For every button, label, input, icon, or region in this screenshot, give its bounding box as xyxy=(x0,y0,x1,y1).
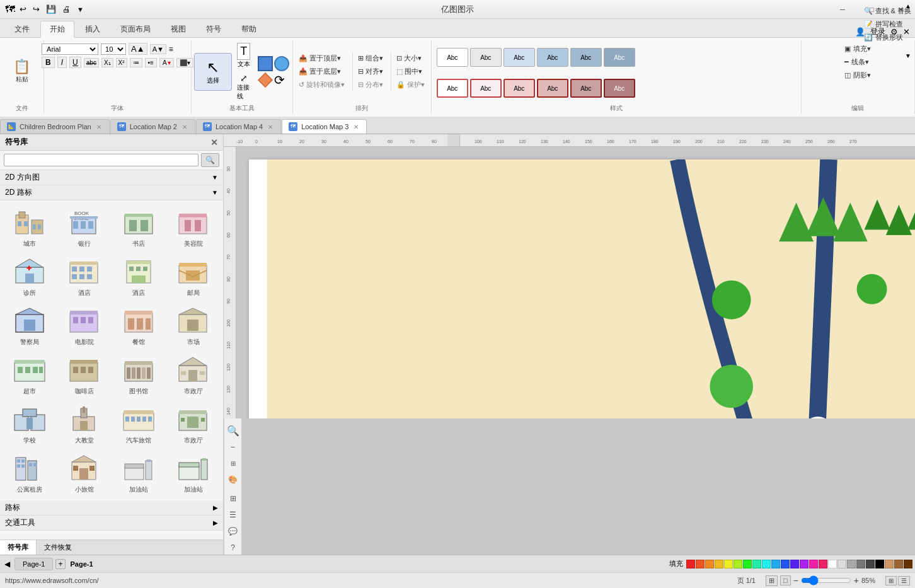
doc-tab-2[interactable]: 🗺 Location Map 2 ✕ xyxy=(110,119,195,134)
zoom-in-status-btn[interactable]: + xyxy=(854,575,859,585)
zoom-fit-btn[interactable]: ⊞ xyxy=(766,575,778,586)
symbol-cityhall1[interactable]: 市政厅 xyxy=(168,352,220,398)
layers-btn[interactable]: ☰ xyxy=(226,508,240,522)
color-white[interactable] xyxy=(828,560,837,568)
symbol-bookstore[interactable]: 书店 xyxy=(113,204,165,251)
qa-more-btn[interactable]: ▼ xyxy=(75,4,86,14)
view-list-btn[interactable]: ☰ xyxy=(898,576,910,585)
shape-diamond-btn[interactable]: ⟳ xyxy=(258,72,289,88)
rotate-flip-btn[interactable]: ↺ 旋转和镜像▾ xyxy=(295,79,348,91)
category-2d-direction[interactable]: 2D 方向图 ▼ xyxy=(0,170,223,185)
style-btn-4[interactable]: Abc xyxy=(537,48,568,67)
align-btn[interactable]: ⊟ 对齐▾ xyxy=(354,66,387,78)
font-color-btn[interactable]: A▾ xyxy=(159,58,174,67)
symbol-library[interactable]: 图书馆 xyxy=(113,352,165,398)
superscript-btn[interactable]: X² xyxy=(116,58,127,67)
color-orange-red[interactable] xyxy=(696,560,705,568)
doc-tab-4[interactable]: 🗺 Location Map 3 ✕ xyxy=(282,119,367,134)
symbol-apartment[interactable]: 公寓租房 xyxy=(4,450,56,497)
color-pink[interactable] xyxy=(809,560,818,568)
symbol-market[interactable]: 市场 xyxy=(168,303,220,349)
paste-btn[interactable]: 📋 粘贴 xyxy=(9,57,35,86)
color-yellow-green[interactable] xyxy=(734,560,742,568)
doc-tab-3[interactable]: 🗺 Location Map 4 ✕ xyxy=(196,119,281,134)
replace-shape-btn[interactable]: 🔄 替换形状 xyxy=(860,32,907,43)
zoom-out-status-btn[interactable]: − xyxy=(793,575,798,585)
style-btn-5[interactable]: Abc xyxy=(570,48,602,67)
symbol-motel[interactable]: 汽车旅馆 xyxy=(113,401,165,447)
grow-font-btn[interactable]: A▲ xyxy=(129,43,147,55)
symbol-cathedral[interactable]: 大教堂 xyxy=(59,401,111,447)
symbol-hotel2[interactable]: 酒店 xyxy=(113,253,165,300)
symbol-salon[interactable]: 美容院 xyxy=(168,204,220,251)
color-dark-gray[interactable] xyxy=(856,560,865,568)
position-btn[interactable]: ⬚ 围中▾ xyxy=(393,66,429,78)
group-btn[interactable]: ⊞ 组合▾ xyxy=(354,52,387,64)
symbol-school[interactable]: 学校 xyxy=(4,401,56,447)
tab3-close[interactable]: ✕ xyxy=(267,124,274,130)
highlight-btn[interactable]: ⬛▾ xyxy=(176,58,193,67)
symbol-clinic[interactable]: ✚ 诊所 xyxy=(4,253,56,300)
bring-to-front-btn[interactable]: 📤 置于顶层▾ xyxy=(295,52,348,64)
style-btn-3[interactable]: Abc xyxy=(504,48,535,67)
tab-symbol-lib[interactable]: 符号库 xyxy=(0,540,37,555)
tab-file[interactable]: 文件 xyxy=(5,21,39,37)
symbol-lib-close[interactable]: ✕ xyxy=(210,137,218,147)
line-btn[interactable]: ━ 线条▾ xyxy=(841,56,875,68)
color-indigo[interactable] xyxy=(790,560,799,568)
color-red[interactable] xyxy=(686,560,695,568)
style-btn-8[interactable]: Abc xyxy=(470,79,502,98)
fit-page-btn[interactable]: ⊞ xyxy=(226,456,240,470)
spell-check-btn[interactable]: 📝 拼写检查 xyxy=(860,18,907,30)
style-btn-12[interactable]: Abc xyxy=(604,79,635,98)
symbol-post[interactable]: 邮局 xyxy=(168,253,220,300)
tab-file-recovery[interactable]: 文件恢复 xyxy=(37,540,79,555)
bold-btn[interactable]: B xyxy=(42,57,55,68)
color-charcoal[interactable] xyxy=(866,560,875,568)
comment-btn[interactable]: 💬 xyxy=(226,524,240,538)
style-btn-1[interactable]: Abc xyxy=(437,48,468,67)
tab-view[interactable]: 视图 xyxy=(161,21,195,37)
category-2d-road[interactable]: 2D 路标 ▼ xyxy=(0,185,223,200)
bullet-btn[interactable]: •≡ xyxy=(145,58,157,67)
canvas-scroll[interactable]: Mountain Mountain Mountain Wetland Park … xyxy=(236,147,915,418)
color-cyan[interactable] xyxy=(762,560,771,568)
style-btn-10[interactable]: Abc xyxy=(537,79,568,98)
symbol-cafe[interactable]: 咖啡店 xyxy=(59,352,111,398)
size-btn[interactable]: ⊡ 大小▾ xyxy=(393,52,429,64)
symbol-search-input[interactable] xyxy=(4,154,199,166)
minimize-btn[interactable]: ─ xyxy=(828,0,857,19)
tab-insert[interactable]: 插入 xyxy=(76,21,110,37)
font-family-select[interactable]: Arial xyxy=(42,43,98,55)
text-tool-btn[interactable]: T 文本 xyxy=(234,42,253,70)
color-gray[interactable] xyxy=(847,560,856,568)
shape-rect-btn[interactable] xyxy=(258,56,289,71)
color-yellow-orange[interactable] xyxy=(715,560,723,568)
style-btn-7[interactable]: Abc xyxy=(437,79,468,98)
color-green[interactable] xyxy=(743,560,752,568)
color-light-brown[interactable] xyxy=(885,560,894,568)
color-purple[interactable] xyxy=(800,560,809,568)
send-to-back-btn[interactable]: 📥 置于底层▾ xyxy=(295,66,348,78)
symbol-supermarket[interactable]: 超市 xyxy=(4,352,56,398)
tab-symbol[interactable]: 符号 xyxy=(197,21,231,37)
list-btn[interactable]: ≔ xyxy=(130,58,142,67)
color-palette-btn[interactable]: 🎨 xyxy=(226,473,240,487)
style-scroll-down[interactable]: ▼ xyxy=(905,52,915,59)
color-blue[interactable] xyxy=(781,560,790,568)
find-replace-btn[interactable]: 🔍 查找 & 替换 xyxy=(860,5,915,17)
print-btn[interactable]: 🖨 xyxy=(60,3,72,15)
shrink-font-btn[interactable]: A▼ xyxy=(150,44,166,54)
shadow-btn[interactable]: ◫ 阴影▾ xyxy=(841,69,875,81)
subscript-btn[interactable]: X₁ xyxy=(101,58,113,67)
tab1-close[interactable]: ✕ xyxy=(95,124,103,130)
zoom-in-btn[interactable]: 🔍 xyxy=(226,424,240,437)
symbol-cinema[interactable]: 电影院 xyxy=(59,303,111,349)
help-side-btn[interactable]: ? xyxy=(226,541,240,555)
zoom-slider[interactable] xyxy=(801,575,851,585)
doc-tab-1[interactable]: 📐 Children Bedroom Plan ✕ xyxy=(0,119,110,134)
save-btn[interactable]: 💾 xyxy=(44,3,58,15)
color-sky[interactable] xyxy=(771,560,780,568)
symbol-gas1[interactable]: 加油站 xyxy=(113,450,165,497)
color-teal[interactable] xyxy=(752,560,761,568)
